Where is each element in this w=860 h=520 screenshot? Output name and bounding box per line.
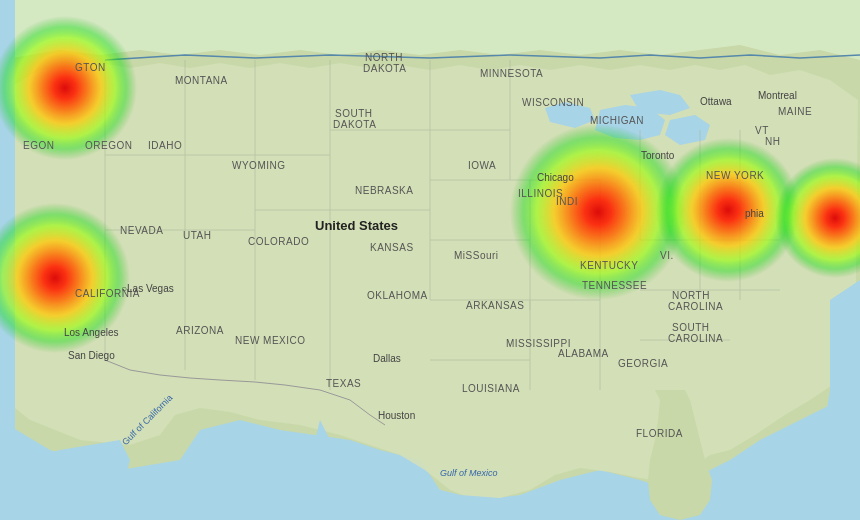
svg-rect-3 [0,0,15,520]
map-container: MONTANA NORTH DAKOTA MINNESOTA SOUTH DAK… [0,0,860,520]
base-map [0,0,860,520]
